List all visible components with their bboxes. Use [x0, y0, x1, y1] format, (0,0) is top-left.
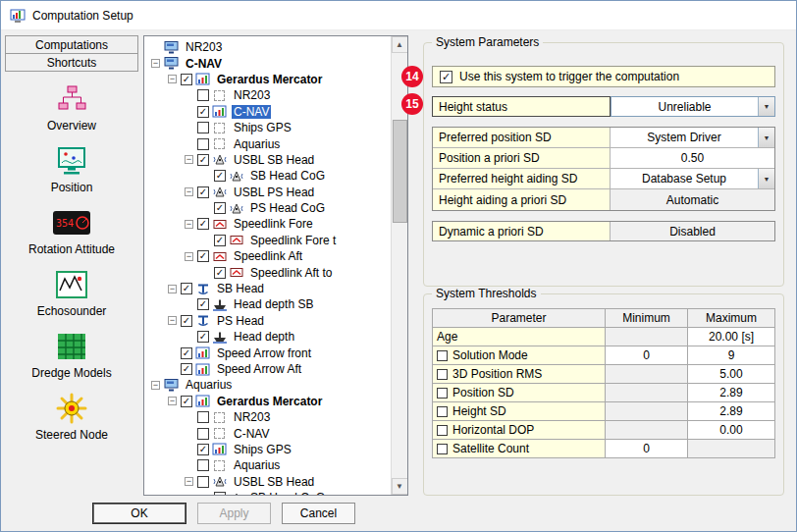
- tree-checkbox-unchecked[interactable]: [214, 492, 226, 495]
- tree-item-aquarius[interactable]: Aquarius: [147, 457, 391, 473]
- threshold-max-value[interactable]: 5.00: [688, 365, 775, 384]
- tree-item-c-nav[interactable]: C-NAV: [147, 425, 391, 441]
- ok-button[interactable]: OK: [92, 503, 186, 524]
- tab-computations[interactable]: Computations: [5, 35, 138, 54]
- threshold-min-value[interactable]: 0: [606, 346, 688, 365]
- tree-checkbox-checked[interactable]: ✓: [197, 186, 209, 198]
- collapse-icon[interactable]: −: [185, 220, 193, 229]
- threshold-max-value[interactable]: 2.89: [688, 402, 775, 421]
- tree-item-head-depth-sb[interactable]: ✓Head depth SB: [147, 296, 391, 312]
- chevron-down-icon[interactable]: ▼: [758, 97, 774, 116]
- threshold-max-value[interactable]: 2.89: [688, 384, 775, 402]
- tree-checkbox-checked[interactable]: ✓: [181, 396, 192, 407]
- tab-shortcuts[interactable]: Shortcuts: [5, 53, 138, 72]
- tree-item-sb-head-cog[interactable]: ✓SB Head CoG: [147, 168, 391, 184]
- collapse-icon[interactable]: −: [185, 252, 193, 261]
- tree-item-gerardus-mercator[interactable]: −✓Gerardus Mercator: [147, 394, 391, 409]
- sidebar-item-echosounder[interactable]: Echosounder: [5, 269, 138, 318]
- tree-item-speedlink-fore[interactable]: −✓Speedlink Fore: [147, 216, 391, 232]
- collapse-icon[interactable]: −: [168, 75, 177, 83]
- threshold-checkbox-unchecked[interactable]: [437, 444, 448, 454]
- height-status-dropdown[interactable]: Unreliable ▼: [611, 96, 775, 117]
- tree-item-ps-head[interactable]: −✓PS Head: [147, 313, 391, 329]
- collapse-icon[interactable]: −: [185, 477, 193, 486]
- sidebar-item-dredge-models[interactable]: Dredge Models: [5, 331, 138, 380]
- tree-checkbox-checked[interactable]: ✓: [197, 106, 209, 118]
- chevron-down-icon[interactable]: ▼: [758, 169, 774, 188]
- tree-checkbox-unchecked[interactable]: [197, 122, 209, 133]
- tree-item-speed-arrow-aft[interactable]: ✓Speed Arrow Aft: [147, 361, 391, 377]
- tree-item-c-nav[interactable]: ✓C-NAV: [147, 104, 391, 120]
- tree-item-sb-head-cog[interactable]: SB Head CoG: [147, 490, 391, 495]
- scroll-down-icon[interactable]: ▼: [392, 478, 408, 495]
- tree-checkbox-checked[interactable]: ✓: [197, 218, 209, 230]
- tree-checkbox-checked[interactable]: ✓: [197, 298, 209, 310]
- tree-item-ships-gps[interactable]: Ships GPS: [147, 120, 391, 135]
- threshold-checkbox-unchecked[interactable]: [437, 369, 448, 380]
- dynamic-a-priori-value[interactable]: Disabled: [611, 222, 774, 240]
- tree-checkbox-unchecked[interactable]: [197, 138, 209, 150]
- tree-checkbox-unchecked[interactable]: [197, 476, 209, 488]
- tree-checkbox-checked[interactable]: ✓: [181, 315, 192, 327]
- tree-item-speedlink-fore-t[interactable]: ✓Speedlink Fore t: [147, 233, 391, 248]
- apply-button[interactable]: Apply: [197, 503, 271, 524]
- threshold-max-value[interactable]: 20.00 [s]: [688, 328, 775, 346]
- threshold-min-value[interactable]: 0: [606, 440, 688, 458]
- tree-checkbox-unchecked[interactable]: [197, 459, 209, 471]
- tree-item-sb-head[interactable]: −✓SB Head: [147, 281, 391, 296]
- tree-item-aquarius[interactable]: −Aquarius: [147, 377, 391, 393]
- tree-item-speedlink-aft-to[interactable]: ✓Speedlink Aft to: [147, 264, 391, 280]
- tree-checkbox-unchecked[interactable]: [197, 411, 209, 423]
- tree-checkbox-checked[interactable]: ✓: [197, 331, 209, 343]
- tree-item-c-nav[interactable]: −C-NAV: [147, 55, 391, 71]
- collapse-icon[interactable]: −: [151, 59, 160, 68]
- chevron-down-icon[interactable]: ▼: [758, 128, 774, 147]
- tree-item-head-depth[interactable]: ✓Head depth: [147, 329, 391, 345]
- threshold-checkbox-unchecked[interactable]: [437, 388, 448, 399]
- threshold-max-value[interactable]: 0.00: [688, 421, 775, 440]
- tree-item-nr203[interactable]: NR203: [147, 39, 391, 55]
- threshold-max-value[interactable]: 9: [688, 346, 775, 365]
- sidebar-item-overview[interactable]: Overview: [5, 83, 138, 133]
- tree-checkbox-checked[interactable]: ✓: [181, 74, 192, 85]
- tree-checkbox-checked[interactable]: ✓: [214, 170, 226, 182]
- tree-item-nr203[interactable]: NR203: [147, 409, 391, 425]
- tree-checkbox-unchecked[interactable]: [197, 89, 209, 101]
- tree-item-aquarius[interactable]: Aquarius: [147, 135, 391, 151]
- sidebar-item-rotation-attitude[interactable]: 354Rotation Attitude: [5, 207, 138, 256]
- param-value-preferred-height-aiding-sd[interactable]: Database Setup▼: [611, 169, 774, 188]
- tree-item-usbl-ps-head[interactable]: −✓USBL PS Head: [147, 185, 391, 200]
- tree-item-speed-arrow-front[interactable]: ✓Speed Arrow front: [147, 345, 391, 360]
- tree-checkbox-checked[interactable]: ✓: [197, 154, 209, 166]
- scroll-up-icon[interactable]: ▲: [392, 36, 408, 53]
- tree-checkbox-checked[interactable]: ✓: [197, 444, 209, 455]
- collapse-icon[interactable]: −: [185, 187, 193, 196]
- trigger-checkbox[interactable]: ✓: [440, 71, 452, 83]
- param-value-position-a-priori-sd[interactable]: 0.50: [611, 148, 774, 168]
- tree-checkbox-checked[interactable]: ✓: [181, 363, 192, 375]
- threshold-checkbox-unchecked[interactable]: [437, 406, 448, 417]
- threshold-checkbox-unchecked[interactable]: [437, 350, 448, 361]
- tree-checkbox-checked[interactable]: ✓: [214, 267, 226, 279]
- tree-checkbox-unchecked[interactable]: [197, 428, 209, 440]
- sidebar-item-steered-node[interactable]: Steered Node: [5, 393, 138, 442]
- collapse-icon[interactable]: −: [168, 397, 177, 405]
- tree-item-ps-head-cog[interactable]: ✓PS Head CoG: [147, 200, 391, 216]
- collapse-icon[interactable]: −: [151, 381, 160, 390]
- cancel-button[interactable]: Cancel: [282, 503, 355, 524]
- tree-checkbox-checked[interactable]: ✓: [181, 283, 192, 294]
- sidebar-item-position[interactable]: Position: [5, 145, 138, 194]
- threshold-checkbox-unchecked[interactable]: [437, 425, 448, 436]
- tree-item-speedlink-aft[interactable]: −✓Speedlink Aft: [147, 248, 391, 264]
- trigger-computation-row[interactable]: ✓ Use this system to trigger the computa…: [432, 66, 775, 87]
- scroll-thumb[interactable]: [393, 120, 407, 223]
- tree-checkbox-checked[interactable]: ✓: [181, 347, 192, 359]
- tree-checkbox-checked[interactable]: ✓: [214, 202, 226, 214]
- tree-checkbox-checked[interactable]: ✓: [214, 235, 226, 246]
- collapse-icon[interactable]: −: [168, 285, 177, 293]
- tree-item-nr203[interactable]: NR203: [147, 87, 391, 103]
- tree-item-usbl-sb-head[interactable]: −USBL SB Head: [147, 474, 391, 490]
- tree-item-usbl-sb-head[interactable]: −✓USBL SB Head: [147, 152, 391, 168]
- param-value-preferred-position-sd[interactable]: System Driver▼: [611, 128, 774, 147]
- collapse-icon[interactable]: −: [168, 316, 177, 325]
